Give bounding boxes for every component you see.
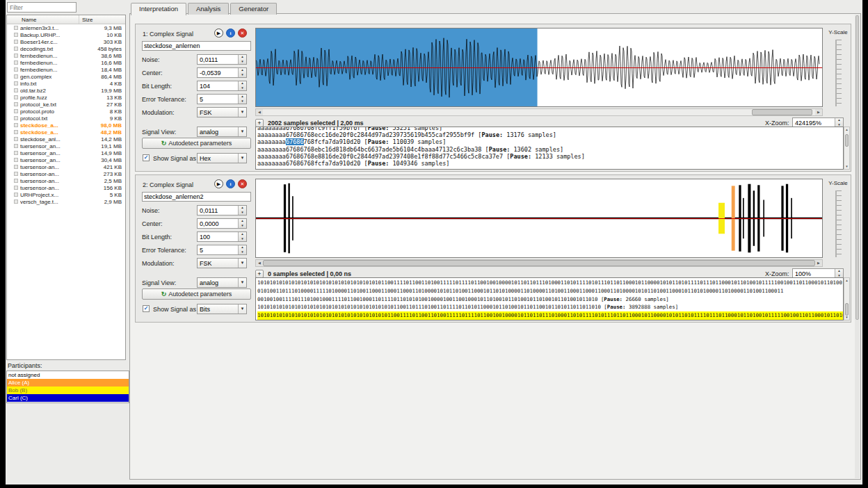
error-tolerance-spinbox[interactable]: 5 ▲ ▼ [197,94,247,104]
message-view[interactable]: 1010101010101010101010101010101010101010… [255,277,844,320]
signal-name-input[interactable] [142,41,251,51]
play-button[interactable]: ▶ [214,179,223,188]
participant-row[interactable]: not assigned [7,371,129,379]
file-row[interactable]: decodings.txt458 bytes [7,45,125,52]
signal-plot-canvas[interactable] [256,179,822,257]
message-line[interactable]: aaaaaaaa67686768fc9ff1f59bf6f [Pause: 53… [257,127,843,131]
message-line[interactable]: 1010101010101010101010101010101010101010… [257,311,843,320]
filter-input[interactable] [7,2,77,13]
show-as-select[interactable]: Hex ▼ [197,153,247,163]
scrollbar-handle[interactable] [845,134,849,147]
spin-down-icon[interactable]: ▼ [239,237,246,242]
modulation-select[interactable]: FSK ▼ [197,107,247,117]
scrollbar-handle[interactable] [845,303,849,316]
message-line[interactable]: 1010101010101010101010101010101010101010… [257,303,843,311]
file-row[interactable]: tuersensor_an...30,4 MB [7,156,125,163]
file-row[interactable]: steckdose_a...48,2 MB [7,129,125,136]
message-view[interactable]: aaaaaaaa67686768fc9ff1f59bf6f [Pause: 53… [255,127,844,170]
participant-row[interactable]: Bob (B) [7,387,129,394]
noise-spinbox[interactable]: 0,0111 ▲ ▼ [197,54,247,65]
column-header-size[interactable]: Size [79,15,125,24]
message-line[interactable]: aaaaaaaa67686768fcfa7da910d20 [Pause: 11… [257,138,843,145]
participant-row[interactable]: Alice (A) [7,379,129,387]
spin-down-icon[interactable]: ▼ [239,73,246,78]
scroll-right-icon[interactable]: ▶ [815,109,822,115]
autodetect-button[interactable]: ↻ Autodetect parameters [142,138,251,149]
scrollbar-track[interactable] [263,109,815,115]
signal-plot[interactable] [255,28,823,107]
file-row[interactable]: tuersensor-an...273 KB [7,170,125,177]
tab-analysis[interactable]: Analysis [188,3,229,15]
file-row[interactable]: Boeser14er.c...303 KB [7,38,125,45]
file-row[interactable]: protocol.proto8 KB [7,108,125,115]
message-scrollbar[interactable]: ▲ ▼ [844,127,850,170]
close-button[interactable]: ✕ [238,29,247,38]
scrollbar-handle[interactable] [263,260,815,266]
signal-view-select[interactable]: analog ▼ [197,277,247,288]
file-row[interactable]: tuersensor-an...2,5 MB [7,177,125,184]
spin-down-icon[interactable]: ▼ [239,99,246,104]
scroll-down-icon[interactable]: ▼ [844,315,849,320]
center-spinbox[interactable]: 0,0000 ▲ ▼ [197,218,247,229]
file-row[interactable]: protocol_ke.txt27 KB [7,101,125,108]
scrollbar-handle[interactable] [855,15,859,320]
plot-hscrollbar[interactable]: ◀ ▶ [255,259,823,267]
message-scrollbar[interactable]: ▲ ▼ [844,277,850,320]
file-row[interactable]: anlernen3x3.t...9,3 MB [7,24,125,31]
file-row[interactable]: fernbedienun...38,6 MB [7,52,125,59]
file-row[interactable]: tuersensor-an...156 KB [7,184,125,191]
message-line[interactable]: aaaaaaaa67686768ecc16de20f0c2844d97ad239… [257,131,843,138]
file-row[interactable]: steckdose_anl...14,2 MB [7,136,125,143]
spin-down-icon[interactable]: ▼ [239,60,246,65]
scroll-right-icon[interactable]: ▶ [815,260,822,266]
message-line[interactable]: aaaaaaaa67686768ebc16d818db64bc6637ade5b… [257,146,843,153]
file-row[interactable]: protocol.txt9 KB [7,115,125,122]
tab-generator[interactable]: Generator [230,3,277,15]
bit-length-spinbox[interactable]: 100 ▲ ▼ [197,231,247,242]
y-scale-slider[interactable] [835,190,842,257]
spin-down-icon[interactable]: ▼ [239,250,246,255]
message-line[interactable]: 1010101010101010101010101010101010101010… [257,279,843,287]
center-spinbox[interactable]: -0,0539 ▲ ▼ [197,67,247,78]
show-signal-as-checkbox[interactable]: ✓ [143,154,150,161]
participant-row[interactable]: Carl (C) [7,394,129,402]
info-button[interactable]: i [226,179,235,188]
modulation-select[interactable]: FSK ▼ [197,258,247,268]
show-signal-as-checkbox[interactable]: ✓ [143,305,150,312]
scroll-down-icon[interactable]: ▼ [844,164,849,169]
scroll-up-icon[interactable]: ▲ [844,127,849,132]
column-header-name[interactable]: Name [7,15,79,24]
signal-plot-canvas[interactable] [256,29,822,106]
autodetect-button[interactable]: ↻ Autodetect parameters [142,288,251,300]
plot-hscrollbar[interactable]: ◀ ▶ [255,108,823,116]
file-row[interactable]: profile.fuzz13 KB [7,94,125,101]
noise-spinbox[interactable]: 0,0111 ▲ ▼ [197,205,247,215]
signal-name-input[interactable] [142,192,251,202]
message-line[interactable]: 0010010011110111010010001111011001000110… [257,295,843,304]
file-row[interactable]: fernbedienun...16,6 MB [7,59,125,66]
close-button[interactable]: ✕ [238,179,247,188]
file-row[interactable]: tuersensor_an...14,9 MB [7,149,125,156]
content-scrollbar[interactable] [855,15,860,478]
scroll-left-icon[interactable]: ◀ [256,109,263,115]
scroll-up-icon[interactable]: ▲ [844,278,849,283]
file-row[interactable]: URHProject.x...5 KB [7,191,125,198]
signal-plot[interactable] [255,179,823,258]
scroll-left-icon[interactable]: ◀ [256,260,263,266]
scrollbar-handle[interactable] [752,109,812,115]
y-scale-slider[interactable] [835,40,842,106]
message-line[interactable]: 0101001101110100001111101000011010011000… [257,287,843,295]
scrollbar-track[interactable] [263,260,815,266]
error-tolerance-spinbox[interactable]: 5 ▲ ▼ [197,245,247,255]
info-button[interactable]: i [226,29,235,38]
signal-view-select[interactable]: analog ▼ [197,127,247,137]
file-row[interactable]: Backup.URHP...10 KB [7,31,125,38]
file-row[interactable]: tuersensor-an...421 KB [7,163,125,170]
file-row[interactable]: versch_tage.t...2,9 MB [7,198,125,205]
spin-down-icon[interactable]: ▼ [239,224,246,229]
file-row[interactable]: steckdose_a...98,0 MB [7,122,125,129]
file-row[interactable]: old.tar.bz219,9 MB [7,87,125,94]
message-line[interactable]: aaaaaaaa67686768fcfa7da910d20 [Pause: 10… [257,160,843,167]
message-line[interactable]: aaaaaaaa67686768e8816de20f0c2844d97ad239… [257,153,843,160]
tab-interpretation[interactable]: Interpretation [131,3,186,15]
